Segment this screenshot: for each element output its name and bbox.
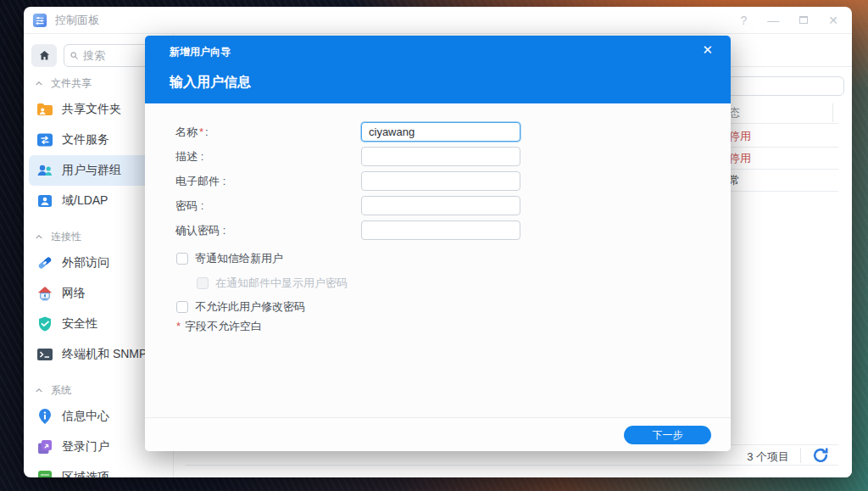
name-input[interactable] <box>361 122 520 142</box>
item-count-label: 3 个项目 <box>716 449 789 465</box>
sidebar-item-regional-options[interactable]: 区域选项 <box>29 462 168 477</box>
table-bottom-border <box>186 465 838 466</box>
disallow-change-password-checkbox-row[interactable]: 不允许此用户修改密码 <box>176 299 305 315</box>
notify-user-label: 寄通知信给新用户 <box>195 251 283 266</box>
confirm-password-field-row: 确认密码 : <box>175 220 531 240</box>
login-portal-icon <box>36 438 53 455</box>
disallow-change-password-label: 不允许此用户修改密码 <box>195 299 305 315</box>
confirm-password-label: 确认密码 <box>175 223 220 238</box>
add-user-wizard-dialog: 新增用户向导 ✕ 输入用户信息 名称 * : 描述 : 电子邮件 : 密码 : … <box>145 36 731 451</box>
chevron-up-icon <box>35 388 43 393</box>
notify-user-checkbox-row[interactable]: 寄通知信给新用户 <box>176 251 283 266</box>
footer-divider <box>800 448 801 463</box>
shared-folder-icon <box>36 101 53 118</box>
close-dialog-icon[interactable]: ✕ <box>702 43 713 56</box>
dialog-title: 新增用户向导 <box>170 45 231 59</box>
regional-options-icon <box>36 469 53 477</box>
info-center-icon <box>36 408 53 425</box>
column-divider <box>832 103 833 122</box>
search-icon <box>70 50 79 61</box>
checkbox-icon[interactable] <box>176 301 188 313</box>
close-window-button[interactable]: ✕ <box>828 14 838 26</box>
file-services-icon <box>36 131 53 148</box>
refresh-icon[interactable] <box>811 446 830 465</box>
next-step-button[interactable]: 下一步 <box>624 426 711 444</box>
description-label: 描述 <box>175 149 198 165</box>
user-group-icon <box>36 162 53 179</box>
chevron-up-icon <box>35 234 43 240</box>
control-panel-app-icon <box>32 13 47 28</box>
chevron-up-icon <box>35 81 43 86</box>
minimize-button[interactable]: — <box>767 14 779 26</box>
email-field-row: 电子邮件 : <box>175 171 531 191</box>
dialog-header: 新增用户向导 ✕ 输入用户信息 <box>145 36 731 103</box>
step-heading: 输入用户信息 <box>170 74 251 92</box>
name-field-row: 名称 * : <box>175 122 531 142</box>
email-label: 电子邮件 <box>175 174 220 189</box>
security-shield-icon <box>36 315 53 332</box>
help-button[interactable]: ? <box>740 14 747 26</box>
password-input[interactable] <box>361 196 520 215</box>
domain-ldap-icon <box>36 192 53 209</box>
home-icon <box>38 49 51 62</box>
window-title: 控制面板 <box>55 13 99 28</box>
checkbox-icon[interactable] <box>176 253 188 265</box>
maximize-button[interactable] <box>799 16 808 24</box>
password-field-row: 密码 : <box>175 196 531 215</box>
description-input[interactable] <box>361 147 520 166</box>
window-titlebar: 控制面板 ? — ✕ <box>24 7 852 34</box>
email-input[interactable] <box>361 171 520 191</box>
show-password-checkbox-row: 在通知邮件中显示用户密码 <box>197 276 348 291</box>
checkbox-icon <box>197 277 209 289</box>
home-button[interactable] <box>31 44 57 67</box>
confirm-password-input[interactable] <box>361 220 520 240</box>
dialog-footer: 下一步 <box>145 417 731 451</box>
external-access-icon <box>36 254 53 271</box>
required-asterisk: * <box>176 320 181 332</box>
description-field-row: 描述 : <box>175 147 531 166</box>
required-field-note: *字段不允许空白 <box>176 319 262 334</box>
name-label: 名称 <box>175 125 198 140</box>
required-asterisk: * <box>199 126 203 138</box>
network-icon <box>36 285 53 302</box>
password-label: 密码 <box>175 198 198 214</box>
terminal-icon <box>36 346 53 363</box>
show-password-label: 在通知邮件中显示用户密码 <box>215 276 348 291</box>
